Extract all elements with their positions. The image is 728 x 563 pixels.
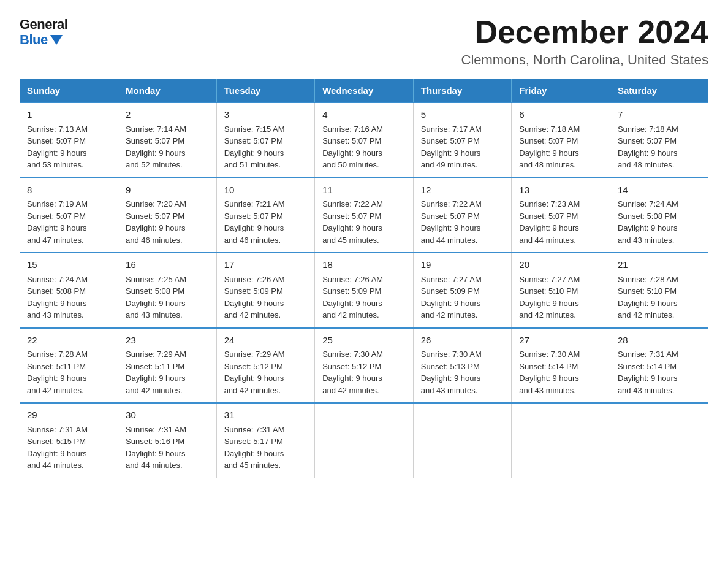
day-info: Sunrise: 7:27 AMSunset: 5:10 PMDaylight:… bbox=[519, 274, 602, 321]
day-info: Sunrise: 7:17 AMSunset: 5:07 PMDaylight:… bbox=[421, 123, 504, 171]
title-block: December 2024 Clemmons, North Carolina, … bbox=[461, 15, 709, 68]
day-info: Sunrise: 7:31 AMSunset: 5:15 PMDaylight:… bbox=[27, 424, 110, 472]
day-number: 31 bbox=[224, 408, 308, 423]
calendar-cell: 3Sunrise: 7:15 AMSunset: 5:07 PMDaylight… bbox=[216, 102, 315, 178]
calendar-cell bbox=[315, 403, 414, 478]
day-info: Sunrise: 7:29 AMSunset: 5:11 PMDaylight:… bbox=[126, 348, 209, 396]
day-info: Sunrise: 7:26 AMSunset: 5:09 PMDaylight:… bbox=[224, 274, 308, 321]
weekday-header: Tuesday bbox=[216, 79, 315, 102]
calendar-subtitle: Clemmons, North Carolina, United States bbox=[461, 52, 709, 68]
day-number: 10 bbox=[224, 183, 308, 197]
calendar-week-row: 1Sunrise: 7:13 AMSunset: 5:07 PMDaylight… bbox=[20, 102, 708, 178]
weekday-header: Sunday bbox=[20, 79, 118, 102]
day-number: 18 bbox=[322, 258, 406, 272]
day-info: Sunrise: 7:20 AMSunset: 5:07 PMDaylight:… bbox=[126, 198, 209, 246]
day-info: Sunrise: 7:30 AMSunset: 5:14 PMDaylight:… bbox=[519, 348, 602, 396]
day-number: 25 bbox=[322, 334, 406, 348]
day-number: 8 bbox=[27, 183, 110, 197]
day-number: 6 bbox=[519, 108, 602, 122]
calendar-cell: 26Sunrise: 7:30 AMSunset: 5:13 PMDayligh… bbox=[413, 328, 512, 404]
day-info: Sunrise: 7:21 AMSunset: 5:07 PMDaylight:… bbox=[224, 198, 308, 246]
calendar-title: December 2024 bbox=[461, 15, 709, 50]
calendar-cell: 19Sunrise: 7:27 AMSunset: 5:09 PMDayligh… bbox=[413, 253, 512, 328]
day-info: Sunrise: 7:19 AMSunset: 5:07 PMDaylight:… bbox=[27, 198, 110, 246]
day-number: 4 bbox=[322, 108, 406, 122]
logo-general-text: General bbox=[20, 17, 67, 32]
day-info: Sunrise: 7:25 AMSunset: 5:08 PMDaylight:… bbox=[126, 274, 209, 321]
day-number: 23 bbox=[126, 334, 209, 348]
day-info: Sunrise: 7:31 AMSunset: 5:17 PMDaylight:… bbox=[224, 424, 308, 472]
calendar-cell: 14Sunrise: 7:24 AMSunset: 5:08 PMDayligh… bbox=[610, 178, 708, 253]
calendar-cell: 5Sunrise: 7:17 AMSunset: 5:07 PMDaylight… bbox=[413, 102, 512, 178]
weekday-header: Thursday bbox=[413, 79, 512, 102]
calendar-cell: 31Sunrise: 7:31 AMSunset: 5:17 PMDayligh… bbox=[216, 403, 315, 478]
day-number: 13 bbox=[519, 183, 602, 197]
logo-triangle-icon bbox=[50, 35, 63, 45]
day-number: 2 bbox=[126, 108, 209, 122]
calendar-cell: 6Sunrise: 7:18 AMSunset: 5:07 PMDaylight… bbox=[512, 102, 610, 178]
day-number: 17 bbox=[224, 258, 308, 272]
calendar-cell: 25Sunrise: 7:30 AMSunset: 5:12 PMDayligh… bbox=[315, 328, 414, 404]
weekday-header: Friday bbox=[512, 79, 610, 102]
day-info: Sunrise: 7:24 AMSunset: 5:08 PMDaylight:… bbox=[618, 198, 701, 246]
day-number: 20 bbox=[519, 258, 602, 272]
day-info: Sunrise: 7:22 AMSunset: 5:07 PMDaylight:… bbox=[322, 198, 406, 246]
calendar-week-row: 22Sunrise: 7:28 AMSunset: 5:11 PMDayligh… bbox=[20, 328, 708, 404]
day-info: Sunrise: 7:31 AMSunset: 5:16 PMDaylight:… bbox=[126, 424, 209, 472]
calendar-cell: 7Sunrise: 7:18 AMSunset: 5:07 PMDaylight… bbox=[610, 102, 708, 178]
day-number: 12 bbox=[421, 183, 504, 197]
calendar-table: SundayMondayTuesdayWednesdayThursdayFrid… bbox=[20, 79, 708, 478]
day-number: 22 bbox=[27, 334, 110, 348]
day-info: Sunrise: 7:27 AMSunset: 5:09 PMDaylight:… bbox=[421, 274, 504, 321]
day-info: Sunrise: 7:30 AMSunset: 5:13 PMDaylight:… bbox=[421, 348, 504, 396]
calendar-cell: 21Sunrise: 7:28 AMSunset: 5:10 PMDayligh… bbox=[610, 253, 708, 328]
weekday-header: Monday bbox=[118, 79, 217, 102]
calendar-cell: 28Sunrise: 7:31 AMSunset: 5:14 PMDayligh… bbox=[610, 328, 708, 404]
calendar-week-row: 29Sunrise: 7:31 AMSunset: 5:15 PMDayligh… bbox=[20, 403, 708, 478]
day-number: 30 bbox=[126, 408, 209, 423]
calendar-cell: 23Sunrise: 7:29 AMSunset: 5:11 PMDayligh… bbox=[118, 328, 217, 404]
day-number: 3 bbox=[224, 108, 308, 122]
day-number: 24 bbox=[224, 334, 308, 348]
page-header: General Blue December 2024 Clemmons, Nor… bbox=[20, 15, 708, 68]
calendar-cell: 2Sunrise: 7:14 AMSunset: 5:07 PMDaylight… bbox=[118, 102, 217, 178]
day-info: Sunrise: 7:24 AMSunset: 5:08 PMDaylight:… bbox=[27, 274, 110, 321]
calendar-week-row: 8Sunrise: 7:19 AMSunset: 5:07 PMDaylight… bbox=[20, 178, 708, 253]
calendar-cell: 27Sunrise: 7:30 AMSunset: 5:14 PMDayligh… bbox=[512, 328, 610, 404]
day-info: Sunrise: 7:23 AMSunset: 5:07 PMDaylight:… bbox=[519, 198, 602, 246]
day-number: 27 bbox=[519, 334, 602, 348]
calendar-cell: 9Sunrise: 7:20 AMSunset: 5:07 PMDaylight… bbox=[118, 178, 217, 253]
day-info: Sunrise: 7:26 AMSunset: 5:09 PMDaylight:… bbox=[322, 274, 406, 321]
calendar-week-row: 15Sunrise: 7:24 AMSunset: 5:08 PMDayligh… bbox=[20, 253, 708, 328]
calendar-cell: 18Sunrise: 7:26 AMSunset: 5:09 PMDayligh… bbox=[315, 253, 414, 328]
day-info: Sunrise: 7:30 AMSunset: 5:12 PMDaylight:… bbox=[322, 348, 406, 396]
calendar-cell: 29Sunrise: 7:31 AMSunset: 5:15 PMDayligh… bbox=[20, 403, 118, 478]
day-info: Sunrise: 7:28 AMSunset: 5:11 PMDaylight:… bbox=[27, 348, 110, 396]
calendar-header-row: SundayMondayTuesdayWednesdayThursdayFrid… bbox=[20, 79, 708, 102]
weekday-header: Saturday bbox=[610, 79, 708, 102]
day-number: 7 bbox=[618, 108, 701, 122]
logo: General Blue bbox=[20, 15, 67, 48]
day-number: 16 bbox=[126, 258, 209, 272]
day-number: 19 bbox=[421, 258, 504, 272]
calendar-cell bbox=[512, 403, 610, 478]
day-info: Sunrise: 7:29 AMSunset: 5:12 PMDaylight:… bbox=[224, 348, 308, 396]
calendar-cell: 1Sunrise: 7:13 AMSunset: 5:07 PMDaylight… bbox=[20, 102, 118, 178]
day-info: Sunrise: 7:22 AMSunset: 5:07 PMDaylight:… bbox=[421, 198, 504, 246]
calendar-cell bbox=[610, 403, 708, 478]
calendar-cell: 8Sunrise: 7:19 AMSunset: 5:07 PMDaylight… bbox=[20, 178, 118, 253]
day-info: Sunrise: 7:18 AMSunset: 5:07 PMDaylight:… bbox=[519, 123, 602, 171]
calendar-cell: 17Sunrise: 7:26 AMSunset: 5:09 PMDayligh… bbox=[216, 253, 315, 328]
calendar-cell: 16Sunrise: 7:25 AMSunset: 5:08 PMDayligh… bbox=[118, 253, 217, 328]
day-number: 26 bbox=[421, 334, 504, 348]
calendar-cell: 4Sunrise: 7:16 AMSunset: 5:07 PMDaylight… bbox=[315, 102, 414, 178]
day-number: 1 bbox=[27, 108, 110, 122]
day-number: 11 bbox=[322, 183, 406, 197]
day-info: Sunrise: 7:31 AMSunset: 5:14 PMDaylight:… bbox=[618, 348, 701, 396]
day-info: Sunrise: 7:15 AMSunset: 5:07 PMDaylight:… bbox=[224, 123, 308, 171]
day-info: Sunrise: 7:14 AMSunset: 5:07 PMDaylight:… bbox=[126, 123, 209, 171]
calendar-cell: 11Sunrise: 7:22 AMSunset: 5:07 PMDayligh… bbox=[315, 178, 414, 253]
day-number: 5 bbox=[421, 108, 504, 122]
logo-blue-text: Blue bbox=[20, 32, 63, 48]
calendar-cell: 22Sunrise: 7:28 AMSunset: 5:11 PMDayligh… bbox=[20, 328, 118, 404]
